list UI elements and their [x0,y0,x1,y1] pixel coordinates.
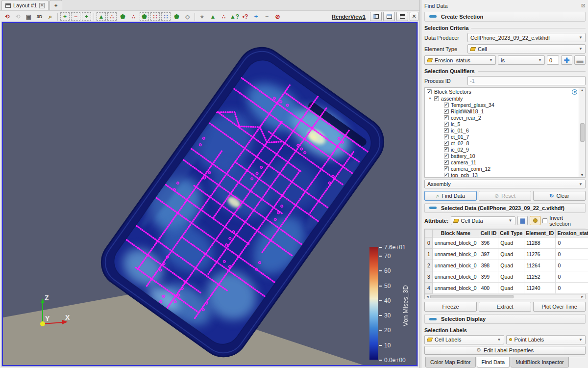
select-blocks-icon[interactable]: ⬟ [172,12,182,21]
target-icon[interactable] [572,89,577,95]
interactive-select-points-icon[interactable]: ∴ [219,12,229,21]
tab-find-data[interactable]: Find Data [477,357,510,368]
point-labels-combo[interactable]: Point Labels▼ [506,335,586,344]
tree-item-ic_01_6[interactable]: ic_01_6 [425,127,579,133]
process-id-input[interactable]: -1 [467,76,586,85]
tree-checkbox[interactable] [444,115,449,120]
split-horizontal-button[interactable] [370,12,382,21]
subtract-selection-icon[interactable]: − [71,12,81,21]
clear-button[interactable]: ↻Clear [533,191,586,201]
col-header-Cell ID[interactable]: Cell ID [479,229,498,237]
scroll-right-icon[interactable]: ► [581,295,584,298]
tree-item-Temperd_glass_34[interactable]: Temperd_glass_34 [425,102,579,108]
selection-display-header[interactable]: Selection Display [424,314,586,324]
table-row[interactable]: 3unnamed_block_0399Quad112520 [425,271,588,282]
tree-item-battery_10[interactable]: battery_10 [425,153,579,159]
select-cells-surface-icon[interactable]: ⬟ [118,12,128,21]
col-header-Cell Type[interactable]: Cell Type [498,229,524,237]
renderview-label[interactable]: RenderView1 [332,14,366,20]
tree-checkbox[interactable] [444,173,449,178]
maximize-view-button[interactable] [396,12,408,21]
add-layout-tab[interactable]: + [49,0,62,10]
tree-item-assembly[interactable]: ▾assembly [425,95,579,102]
toggle-2d3d-icon[interactable]: 3D [34,12,45,21]
remove-criteria-button[interactable]: ▬ [574,55,586,65]
spreadsheet-button[interactable]: ▦ [517,216,528,225]
frustum-cube-icon[interactable]: ◇ [182,12,193,21]
criteria-operator-combo[interactable]: is▼ [498,55,545,65]
table-row[interactable]: 0unnamed_block_0396Quad112880 [425,237,588,248]
element-type-combo[interactable]: Cell▼ [467,44,586,53]
scroll-up-icon[interactable]: ▲ [581,88,584,92]
col-header-Block Name[interactable]: Block Name [432,229,479,237]
tree-item-ct_02_8[interactable]: ct_02_8 [425,140,579,146]
tree-checkbox[interactable] [444,128,449,133]
colorbar[interactable]: 7.6e+01706050403020100.0e+00 [369,247,378,360]
tree-checkbox[interactable] [444,154,449,158]
col-header-Element_ID[interactable]: Element_ID [524,229,556,237]
tree-item-top_pcb_13[interactable]: top_pcb_13 [425,172,579,177]
tab-close-icon[interactable]: ✕ [39,3,45,8]
tree-item-ic_02_9[interactable]: ic_02_9 [425,146,579,153]
query-cells-icon[interactable]: ▲? [229,12,240,21]
cell-labels-combo[interactable]: Cell Labels▼ [424,335,504,344]
interactive-select-cells-icon[interactable]: ▲ [208,12,218,21]
find-data-button[interactable]: ⌕Find Data [424,191,477,201]
select-cells-frustum-icon[interactable]: ▲ [96,12,106,21]
col-header-Erosion_status[interactable]: Erosion_status [556,229,588,237]
invert-selection-checkbox[interactable] [542,218,547,223]
assembly-combo[interactable]: Assembly▼ [424,180,586,188]
clear-selection-icon[interactable]: ⊘ [272,12,283,21]
tab-multiblock-inspector[interactable]: MultiBlock Inspector [511,357,568,368]
zoom-to-box-icon[interactable]: ⌕ [45,12,55,21]
table-row[interactable]: 2unnamed_block_0398Quad112640 [425,260,588,271]
freeze-button[interactable]: Freeze [424,302,477,312]
capture-screenshot-icon[interactable]: ▣ [24,12,34,21]
tree-checkbox[interactable] [444,166,449,171]
hover-probe-icon[interactable]: ⌖ [197,12,207,21]
select-cells-polygon-icon[interactable]: ⬟ [139,12,149,21]
criteria-field-combo[interactable]: Erosion_status▼ [424,55,496,65]
tree-item-RigidWall18_1[interactable]: RigidWall18_1 [425,108,579,114]
tab-color-map-editor[interactable]: Color Map Editor [425,357,476,368]
tree-item-ic_5[interactable]: ic_5 [425,121,579,127]
tree-checkbox[interactable] [434,96,439,101]
close-view-button[interactable]: ✕ [410,12,418,21]
edit-label-properties-button[interactable]: ⚙ Edit Label Properties [424,346,586,355]
tree-checkbox[interactable] [444,141,449,146]
render-viewport[interactable]: ZXY 7.6e+01706050403020100.0e+00 Von Mis… [2,22,417,366]
extract-button[interactable]: Extract [479,302,531,312]
reset-camera-icon[interactable]: ⟲ [2,12,12,21]
reset-button[interactable]: ⊘Reset [479,191,531,201]
tree-checkbox[interactable] [444,160,449,165]
table-hscrollbar[interactable]: ◄► [424,294,586,300]
scroll-left-icon[interactable]: ◄ [426,295,429,298]
add-criteria-button[interactable]: ✚ [561,55,572,65]
tab-layout-1[interactable]: Layout #1 ✕ [1,0,49,10]
table-row[interactable]: 4unnamed_block_0400Quad112400 [425,282,588,293]
adjust-camera-icon[interactable]: ⟲ [13,12,23,21]
attribute-combo[interactable]: Cell Data▼ [451,216,515,225]
selection-plus-icon[interactable]: ＋ [251,12,261,21]
tree-item-cover_rear_2[interactable]: cover_rear_2 [425,114,579,121]
selection-minus-icon[interactable]: － [262,12,272,21]
split-vertical-button[interactable] [383,12,395,21]
tree-scrollbar[interactable]: ▲▼ [579,88,585,177]
block-selectors-checkbox[interactable] [427,89,432,94]
table-row[interactable]: 1unnamed_block_0397Quad112760 [425,248,588,260]
panel-close-icon[interactable]: ⊠ [581,2,586,9]
expander-icon[interactable]: ▾ [428,96,432,101]
tree-item-ct_01_7[interactable]: ct_01_7 [425,133,579,140]
plot-over-time-button[interactable]: Plot Over Time [533,302,586,312]
data-producer-combo[interactable]: CellPhone_2023_09_22_c.vtkhdf▼ [467,33,586,42]
select-points-surface-icon[interactable]: ∴ [128,12,139,21]
selected-data-header[interactable]: Selected Data (CellPhone_2023_09_22_c.vt… [424,203,586,213]
tree-checkbox[interactable] [444,134,449,139]
tree-item-camera_11[interactable]: camera_11 [425,159,579,165]
query-points-icon[interactable]: •? [240,12,250,21]
tree-checkbox[interactable] [444,147,449,152]
add-selection-icon[interactable]: + [60,12,70,21]
tree-checkbox[interactable] [444,122,449,127]
tree-checkbox[interactable] [444,109,449,114]
scroll-down-icon[interactable]: ▼ [581,173,584,177]
